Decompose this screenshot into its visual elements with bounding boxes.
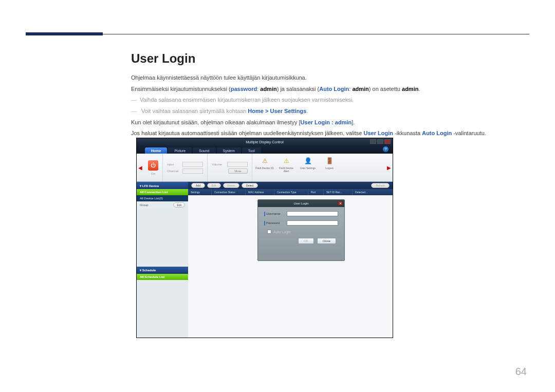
sidebar-spacer-1 [137, 209, 188, 267]
channel-select[interactable] [182, 169, 203, 174]
password-label: Password [266, 221, 286, 225]
grid-detect-button[interactable]: Detect [242, 183, 258, 188]
fault-device-icon: ⚠ [260, 156, 270, 166]
tab-picture[interactable]: Picture [168, 147, 192, 154]
login-body: Username Password Auto Login [258, 207, 344, 248]
fault-alert-icon: ⚠ [281, 156, 291, 166]
titlebar: Multiple Display Control [137, 138, 393, 145]
username-row: Username [264, 211, 338, 216]
auto-login-checkbox[interactable] [267, 230, 271, 234]
group-label: Group [140, 203, 149, 207]
logout-button[interactable]: 🚪 Logout [320, 156, 339, 180]
login-close-btn[interactable]: Close [317, 238, 336, 244]
field-bar-icon [264, 212, 265, 216]
col-port[interactable]: Port [308, 189, 324, 195]
sidebar: ▾ LFD Device All Connection List All Dev… [137, 182, 188, 338]
source-group: Input Channel [163, 154, 208, 181]
col-settings[interactable]: Settings [188, 189, 212, 195]
intro-paragraph-2: Ensimmäiseksi kirjautumistunnukseksi (pa… [131, 84, 529, 94]
input-select[interactable] [182, 162, 203, 167]
grid-header: Settings Connection Status MAC Address C… [188, 189, 393, 195]
user-settings-icon: 👤 [303, 156, 313, 166]
grid-area: Add Edit Delete Detect Refresh Settings … [188, 182, 393, 338]
toolbar: ◀ ⏻ On Input Channel Volume Mute [137, 154, 393, 182]
grid-refresh-button[interactable]: Refresh [371, 183, 390, 188]
password-row: Password [264, 220, 338, 226]
toolbar-nav-right[interactable]: ▶ [385, 154, 393, 181]
login-ok-button[interactable]: OK [298, 238, 314, 244]
login-title-text: User Login [293, 202, 308, 205]
grid-body: User Login ✕ Username Password [188, 195, 393, 338]
toolbar-nav-left[interactable]: ◀ [137, 154, 144, 181]
sidebar-all-schedule[interactable]: All Schedule List [137, 274, 188, 280]
tab-home[interactable]: Home [145, 147, 167, 154]
auto-login-label: Auto Login [273, 230, 290, 234]
maximize-button[interactable] [377, 139, 383, 144]
sidebar-schedule-header[interactable]: ▾ Schedule [137, 267, 188, 274]
sidebar-spacer-2 [137, 280, 188, 338]
username-input[interactable] [287, 211, 338, 216]
sidebar-all-connection[interactable]: All Connection List [137, 189, 188, 195]
main-body: ▾ LFD Device All Connection List All Dev… [137, 182, 393, 338]
window-close-button[interactable] [384, 139, 391, 144]
password-input[interactable] [287, 220, 338, 226]
volume-label: Volume [212, 163, 225, 166]
tab-sound[interactable]: Sound [193, 147, 215, 154]
sidebar-lfd-header[interactable]: ▾ LFD Device [137, 182, 188, 189]
grid-delete-button[interactable]: Delete [223, 183, 239, 188]
col-connection-status[interactable]: Connection Status [212, 189, 246, 195]
window-controls [370, 139, 391, 144]
power-label: On [148, 172, 158, 175]
field-bar-icon [264, 221, 265, 226]
power-group: ⏻ On [144, 154, 163, 181]
volume-value[interactable] [227, 162, 248, 167]
sidebar-group-row: Group Edit [137, 201, 188, 209]
tab-tool[interactable]: Tool [242, 147, 261, 154]
col-connection-type[interactable]: Connection Type [274, 189, 308, 195]
intro-paragraph-4: Jos haluat kirjautua automaattisesti sis… [131, 128, 529, 138]
channel-label: Channel [167, 170, 180, 173]
power-on-button[interactable]: ⏻ [148, 160, 158, 171]
volume-group: Volume Mute [208, 154, 252, 181]
col-set-id[interactable]: SET ID Ran... [324, 189, 353, 195]
intro-paragraph-1: Ohjelmaa käynnistettäessä näyttöön tulee… [131, 73, 529, 83]
minimize-button[interactable] [370, 139, 376, 144]
mute-button[interactable]: Mute [228, 169, 248, 174]
app-title: Multiple Display Control [246, 140, 284, 144]
col-detected[interactable]: Detected... [353, 189, 393, 195]
help-button[interactable]: ? [383, 146, 388, 152]
fault-device-button[interactable]: ⚠ Fault Device (0) [255, 156, 274, 180]
page-number: 64 [515, 366, 527, 378]
username-label: Username [266, 212, 286, 215]
note-1: Vaihda salasana ensimmäisen kirjautumisk… [131, 95, 529, 105]
main-tabs: Home Picture Sound System Tool ? [137, 145, 393, 154]
right-icon-group: ⚠ Fault Device (0) ⚠ Fault Device Alert … [252, 154, 342, 181]
user-settings-button[interactable]: 👤 User Settings [299, 156, 317, 180]
login-button-row: OK Close [264, 238, 338, 244]
logout-icon: 🚪 [324, 156, 335, 166]
sidebar-all-device[interactable]: All Device List(0) [137, 195, 188, 201]
login-close-button[interactable]: ✕ [338, 201, 343, 206]
grid-edit-button[interactable]: Edit [207, 183, 221, 188]
auto-login-row: Auto Login [267, 230, 338, 234]
page-top-accent [26, 32, 103, 35]
tab-system[interactable]: System [217, 147, 241, 154]
fault-alert-button[interactable]: ⚠ Fault Device Alert [277, 156, 295, 180]
col-mac-address[interactable]: MAC Address [246, 189, 274, 195]
login-titlebar: User Login ✕ [258, 200, 344, 207]
grid-add-button[interactable]: Add [191, 183, 205, 188]
group-edit-button[interactable]: Edit [173, 202, 185, 208]
intro-paragraph-3: Kun olet kirjautunut sisään, ohjelman oi… [131, 118, 529, 127]
input-label: Input [167, 163, 180, 166]
page-content: User Login Ohjelmaa käynnistettäessä näy… [131, 51, 529, 140]
login-dialog: User Login ✕ Username Password [257, 199, 345, 261]
app-window: Multiple Display Control Home Picture So… [136, 138, 393, 338]
grid-toolbar: Add Edit Delete Detect Refresh [188, 182, 393, 189]
page-heading: User Login [131, 51, 529, 66]
note-2: Voit vaihtaa salasanan siirtymällä kohta… [131, 106, 529, 116]
